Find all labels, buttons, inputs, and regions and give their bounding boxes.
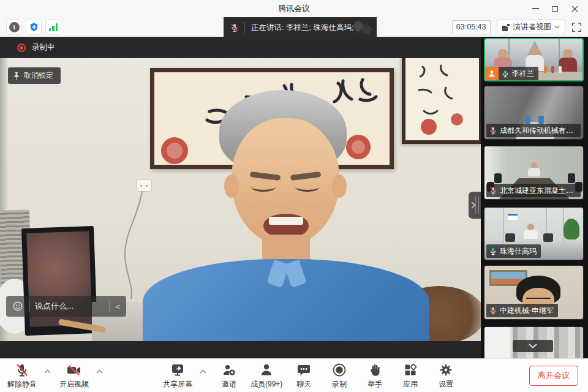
active-speaker-banner: 正在讲话: 李祥兰; 珠海仕高玛; xyxy=(224,17,377,38)
maximize-icon xyxy=(552,6,558,12)
chevron-down-icon xyxy=(554,25,560,29)
video-options-chevron[interactable] xyxy=(96,369,103,374)
settings-button[interactable]: 设置 xyxy=(432,360,460,391)
drag-handle xyxy=(475,197,479,214)
recording-dot-icon xyxy=(17,43,26,52)
speaker-ear xyxy=(224,175,239,198)
shirt-collar xyxy=(284,260,306,288)
share-options-chevron[interactable] xyxy=(200,369,206,374)
blurred-region xyxy=(353,21,374,34)
mic-muted-icon xyxy=(15,362,29,378)
speaker-eye xyxy=(251,182,276,192)
participant-name: 北京城建亚东混凝土有... xyxy=(500,186,576,196)
speaker-ear xyxy=(332,175,347,198)
security-button[interactable] xyxy=(26,19,42,35)
close-button[interactable] xyxy=(565,0,584,17)
leave-meeting-button[interactable]: 离开会议 xyxy=(529,366,578,386)
apps-button[interactable]: 应用 xyxy=(396,360,424,391)
mic-muted-icon xyxy=(489,306,497,315)
mic-muted-icon xyxy=(489,126,497,135)
recording-bar: 录制中 xyxy=(0,37,481,58)
mic-options-chevron[interactable] xyxy=(44,369,51,374)
layout-icon xyxy=(502,23,510,31)
speaker-shirt xyxy=(143,259,429,341)
apps-icon xyxy=(403,362,418,378)
view-mode-selector[interactable]: 演讲者视图 xyxy=(497,20,566,34)
tencent-meeting-window: 腾讯会议 i xyxy=(0,0,588,392)
network-signal-icon xyxy=(49,23,58,31)
divider xyxy=(244,22,245,33)
participant-name-bar: 中建机械-申继军 xyxy=(486,304,558,317)
participant-name: 中建机械-申继军 xyxy=(500,306,554,316)
titlebar: 腾讯会议 xyxy=(0,0,588,17)
speaking-now-label: 正在讲话: 李祥兰; 珠海仕高玛; xyxy=(251,23,353,33)
sidebar-collapse-handle[interactable] xyxy=(469,192,481,219)
unpin-button[interactable]: 取消锁定 xyxy=(8,67,61,84)
mic-muted-icon xyxy=(489,186,497,195)
raise-hand-icon xyxy=(368,362,382,378)
share-screen-button[interactable]: 共享屏幕 xyxy=(163,360,192,391)
scroll-participants-down-button[interactable] xyxy=(513,340,553,352)
meeting-info-button[interactable]: i xyxy=(6,19,22,35)
chat-input-placeholder[interactable]: 说点什么... xyxy=(35,301,104,312)
mic-active-icon xyxy=(489,247,497,255)
info-icon: i xyxy=(9,22,20,32)
recording-label: 录制中 xyxy=(32,42,55,53)
members-icon xyxy=(259,362,274,378)
quick-chat-bar[interactable]: 说点什么... < xyxy=(6,296,126,317)
speaker-eye xyxy=(295,182,320,192)
fullscreen-button[interactable] xyxy=(571,22,582,32)
mic-active-icon xyxy=(501,69,510,78)
maximize-button[interactable] xyxy=(545,0,565,17)
participant-tile[interactable]: 李祥兰 xyxy=(484,38,584,81)
letterbox xyxy=(0,341,481,358)
start-video-button[interactable]: 开启视频 xyxy=(59,360,89,391)
window-title: 腾讯会议 xyxy=(278,3,310,14)
divider xyxy=(29,301,29,312)
participant-name-bar: 北京城建亚东混凝土有... xyxy=(486,184,581,197)
participant-name-bar: 成都久和传动机械有限... xyxy=(486,124,581,137)
close-icon xyxy=(571,6,578,12)
view-mode-label: 演讲者视图 xyxy=(513,22,552,32)
members-button[interactable]: 成员(99+) xyxy=(251,360,282,391)
invite-icon xyxy=(222,362,236,378)
main-video-region: 录制中 xyxy=(0,37,481,358)
shield-icon xyxy=(29,22,39,32)
network-quality-button[interactable] xyxy=(45,19,61,35)
minimize-icon xyxy=(532,8,539,9)
host-badge-icon xyxy=(485,67,499,80)
unmute-button[interactable]: 解除静音 xyxy=(7,360,37,391)
settings-gear-icon xyxy=(439,362,453,378)
chat-button[interactable]: 聊天 xyxy=(290,360,318,391)
participant-name-bar: 珠海仕高玛 xyxy=(486,244,541,258)
status-toolbar: i 正在讲话: 李祥兰; 珠海仕高玛; 03:05:43 xyxy=(0,17,588,37)
cable xyxy=(104,190,153,300)
participant-tile[interactable]: 成都久和传动机械有限... xyxy=(484,86,584,140)
participant-name: 珠海仕高玛 xyxy=(500,246,537,257)
participant-name-bar: 李祥兰 xyxy=(485,67,538,80)
calligraphy-frame-small xyxy=(402,58,481,144)
record-button[interactable]: 录制 xyxy=(325,360,353,391)
invite-button[interactable]: 邀请 xyxy=(215,360,243,391)
emoji-icon[interactable] xyxy=(12,301,23,312)
participants-panel: 李祥兰 成都久和传动机械有限... xyxy=(481,37,588,358)
muted-mic-icon xyxy=(230,23,239,32)
divider xyxy=(109,301,110,312)
control-toolbar: 解除静音 开启视频 共享屏幕 xyxy=(0,358,588,392)
chat-collapse-button[interactable]: < xyxy=(115,302,120,311)
pin-icon xyxy=(13,72,20,80)
chat-icon xyxy=(296,362,311,378)
participant-tile[interactable]: 北京城建亚东混凝土有... xyxy=(484,146,584,200)
participant-tile[interactable]: 中建机械-申继军 xyxy=(484,265,584,320)
participant-name: 成都久和传动机械有限... xyxy=(500,126,576,136)
meeting-timer: 03:05:43 xyxy=(452,20,491,34)
raise-hand-button[interactable]: 举手 xyxy=(361,360,389,391)
share-screen-icon xyxy=(170,362,185,378)
record-icon xyxy=(332,362,347,378)
unpin-label: 取消锁定 xyxy=(24,70,53,81)
participant-tile[interactable]: 珠海仕高玛 xyxy=(484,207,584,260)
participant-name: 李祥兰 xyxy=(512,69,534,79)
camera-off-icon xyxy=(66,362,82,378)
chevron-down-icon xyxy=(529,344,537,349)
minimize-button[interactable] xyxy=(526,0,545,17)
